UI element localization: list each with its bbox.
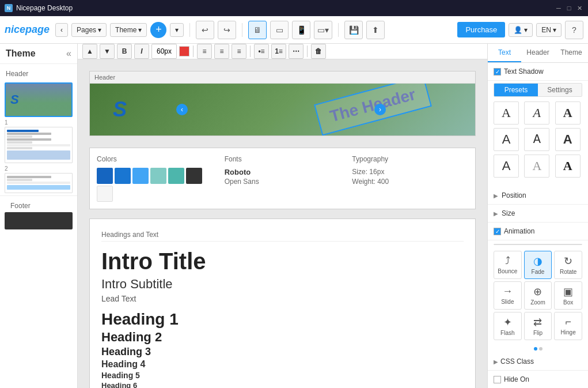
maximize-button[interactable]: □ <box>565 4 573 12</box>
font-style-8[interactable]: A <box>524 155 549 178</box>
zoom-animation[interactable]: ⊕ Zoom <box>524 281 552 310</box>
bold-button[interactable]: B <box>117 44 132 59</box>
numbered-list-button[interactable]: 1≡ <box>271 44 286 59</box>
close-button[interactable]: ✕ <box>575 4 583 12</box>
position-header[interactable]: ▶ Position <box>488 187 588 204</box>
add-button[interactable]: + <box>150 22 166 38</box>
app-logo: nicepage <box>5 24 50 36</box>
font-style-1[interactable]: A <box>494 101 519 125</box>
language-label: EN <box>541 26 551 34</box>
settings-tab[interactable]: Settings <box>538 244 582 245</box>
align-left-button[interactable]: ≡ <box>197 44 212 59</box>
text-shadow-checkbox[interactable]: ✓ <box>494 68 501 76</box>
align-center-button[interactable]: ≡ <box>214 44 229 59</box>
align-right-button[interactable]: ≡ <box>232 44 246 59</box>
nav-arrow-left[interactable]: ‹ <box>176 104 188 115</box>
nav-back-button[interactable]: ‹ <box>55 23 68 37</box>
more-views-button[interactable]: ▭▾ <box>314 21 332 39</box>
font-style-7[interactable]: A <box>494 155 519 178</box>
intro-subtitle[interactable]: Intro Subtitle <box>101 277 464 292</box>
theme-dropdown[interactable]: Theme ▾ <box>110 23 147 37</box>
heading-5[interactable]: Heading 5 <box>101 371 464 380</box>
settings-button[interactable]: Settings <box>538 84 582 96</box>
animation-checkbox[interactable]: ✓ <box>494 228 501 235</box>
export-button[interactable]: ⬆ <box>366 21 385 39</box>
swatch-5[interactable] <box>168 168 184 184</box>
delete-element-button[interactable]: 🗑 <box>311 44 326 59</box>
nav-arrow-right[interactable]: › <box>374 104 386 115</box>
heading-2[interactable]: Heading 2 <box>101 330 464 345</box>
css-class-header[interactable]: ▶ CSS Class <box>494 357 582 366</box>
move-down-button[interactable]: ▼ <box>100 44 115 59</box>
user-account-button[interactable]: 👤 ▾ <box>509 23 533 37</box>
slide-animation[interactable]: → Slide <box>494 281 522 310</box>
flip-label: Flip <box>533 330 543 336</box>
fade-animation[interactable]: ◑ Fade <box>524 251 552 279</box>
swatch-3[interactable] <box>132 168 149 184</box>
more-options-button[interactable]: ⋯ <box>289 44 304 59</box>
font-style-icon-4: A <box>502 132 511 147</box>
flip-animation[interactable]: ⇄ Flip <box>524 312 552 340</box>
bullet-list-button[interactable]: •≡ <box>254 44 269 59</box>
swatch-2[interactable] <box>115 168 131 184</box>
font-style-5[interactable]: A <box>524 128 549 151</box>
mobile-view-button[interactable]: 📱 <box>292 21 310 39</box>
add-icon: + <box>155 24 162 36</box>
presets-button[interactable]: Presets <box>494 84 538 96</box>
purchase-button[interactable]: Purchase <box>457 22 505 37</box>
save-button[interactable]: 💾 <box>344 21 363 39</box>
hinge-animation[interactable]: ⌐ Hinge <box>554 312 582 340</box>
font-style-9[interactable]: A <box>555 155 581 178</box>
help-button[interactable]: ? <box>565 21 583 39</box>
tablet-view-button[interactable]: ▭ <box>270 21 289 39</box>
flash-animation[interactable]: ✦ Flash <box>494 312 522 340</box>
move-up-button[interactable]: ▲ <box>82 44 97 59</box>
text-shadow-checkbox-label: ✓ Text Shadow <box>494 67 582 76</box>
bounce-animation[interactable]: ⤴ Bounce <box>494 251 522 279</box>
rotate-icon: ↻ <box>564 255 572 268</box>
pages-dropdown[interactable]: Pages ▾ <box>71 23 107 37</box>
swatch-6[interactable] <box>186 168 202 184</box>
header-image[interactable]: S ‹ The Header › <box>90 84 475 135</box>
tab-text[interactable]: Text <box>488 44 521 62</box>
heading-6[interactable]: Heading 6 <box>101 381 464 388</box>
rotate-animation[interactable]: ↻ Rotate <box>554 251 582 279</box>
font-style-4[interactable]: A <box>494 128 519 151</box>
lead-text[interactable]: Lead Text <box>101 294 464 303</box>
text-color-picker[interactable] <box>179 46 189 56</box>
heading-4[interactable]: Heading 4 <box>101 359 464 370</box>
box-animation[interactable]: ▣ Box <box>554 281 582 310</box>
header-text-overlay[interactable]: The Header <box>314 84 431 135</box>
swatch-1[interactable] <box>97 168 113 184</box>
minimize-button[interactable]: ─ <box>555 4 563 12</box>
tab-theme[interactable]: Theme <box>555 44 588 62</box>
font-style-6[interactable]: A <box>555 128 581 151</box>
add-dropdown[interactable]: ▾ <box>170 23 184 37</box>
footer-preview[interactable] <box>5 212 73 229</box>
desktop-view-button[interactable]: 🖥 <box>248 21 267 39</box>
page-2-thumb[interactable] <box>5 173 73 193</box>
hide-on-checkbox[interactable] <box>494 376 501 383</box>
position-label: Position <box>502 191 526 199</box>
page-1-thumb[interactable] <box>5 127 73 163</box>
italic-button[interactable]: I <box>134 44 149 59</box>
swatch-4[interactable] <box>150 168 166 184</box>
separator-2 <box>242 23 242 37</box>
animation-tab[interactable]: Animation <box>494 244 538 245</box>
canvas-toolbar: ▲ ▼ B I ≡ ≡ ≡ •≡ 1≡ ⋯ 🗑 <box>78 44 487 59</box>
font-style-3[interactable]: A <box>555 101 581 125</box>
font-style-2[interactable]: A <box>524 101 549 125</box>
redo-button[interactable]: ↪ <box>218 21 236 39</box>
heading-3[interactable]: Heading 3 <box>101 346 464 358</box>
heading-1[interactable]: Heading 1 <box>101 310 464 329</box>
swatch-7[interactable] <box>97 186 113 202</box>
size-header[interactable]: ▶ Size <box>488 205 588 222</box>
header-preview[interactable]: S <box>5 82 73 117</box>
undo-button[interactable]: ↩ <box>196 21 214 39</box>
font-size-input[interactable] <box>151 44 177 59</box>
tab-header[interactable]: Header <box>521 44 555 62</box>
language-button[interactable]: EN ▾ <box>536 23 562 37</box>
intro-title[interactable]: Intro Title <box>101 248 464 274</box>
box-icon: ▣ <box>563 285 573 298</box>
sidebar-collapse-button[interactable]: « <box>66 48 71 59</box>
